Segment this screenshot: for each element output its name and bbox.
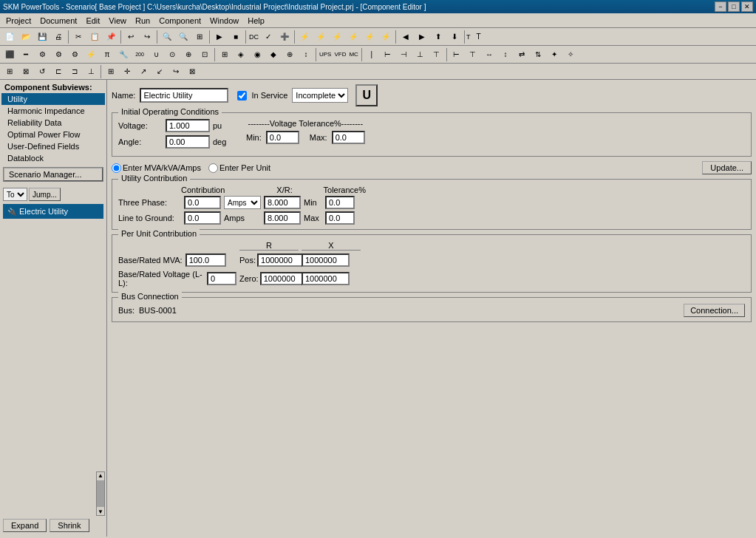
tb-zoom-fit[interactable]: ⊞ xyxy=(192,30,207,44)
update-button[interactable]: Update... xyxy=(702,161,752,174)
tb2-19[interactable]: ⊣ xyxy=(397,47,412,62)
tb2-23[interactable]: ⊤ xyxy=(466,47,480,62)
three-phase-min-input[interactable] xyxy=(325,196,355,209)
three-phase-input[interactable] xyxy=(184,196,221,209)
tb-open[interactable]: 📂 xyxy=(18,30,33,44)
tb2-26[interactable]: ⇄ xyxy=(514,47,529,62)
tb-save[interactable]: 💾 xyxy=(35,30,50,44)
subview-datablock[interactable]: Datablock xyxy=(1,152,105,164)
in-service-checkbox[interactable] xyxy=(237,91,247,101)
tb2-24[interactable]: ↔ xyxy=(482,47,497,62)
tb-undo[interactable]: ↩ xyxy=(123,30,138,44)
tb2-20[interactable]: ⊥ xyxy=(413,47,428,62)
connection-button[interactable]: Connection... xyxy=(684,304,745,317)
tb2-14[interactable]: ◆ xyxy=(266,47,281,62)
tb2-21[interactable]: ⊤ xyxy=(429,47,444,62)
tb2-2[interactable]: ━ xyxy=(18,47,33,62)
tb-new[interactable]: 📄 xyxy=(2,30,17,44)
tb-cut[interactable]: ✂ xyxy=(71,30,86,44)
tb-print[interactable]: 🖨 xyxy=(51,30,66,44)
tb2-8[interactable]: ∪ xyxy=(149,47,163,62)
scroll-thumb[interactable] xyxy=(97,480,104,507)
name-input[interactable] xyxy=(140,88,228,103)
subview-harmonic[interactable]: Harmonic Impedance xyxy=(1,105,105,117)
menu-component[interactable]: Component xyxy=(154,15,205,27)
line-to-ground-max-input[interactable] xyxy=(325,211,355,225)
menu-edit[interactable]: Edit xyxy=(81,15,104,27)
nav-to-select[interactable]: To xyxy=(3,188,27,201)
pos-r-input[interactable] xyxy=(257,253,305,267)
tb2-15[interactable]: ⊕ xyxy=(282,47,297,62)
tb2-6[interactable]: ⚡ xyxy=(84,47,98,62)
three-phase-xr-input[interactable] xyxy=(264,196,301,209)
tb-b2[interactable]: ⚡ xyxy=(313,30,328,44)
voltage-input[interactable] xyxy=(166,119,210,132)
tb-nav4[interactable]: ⬇ xyxy=(447,30,462,44)
angle-input[interactable] xyxy=(166,135,210,149)
tb3-del[interactable]: ⊠ xyxy=(185,64,200,79)
zero-x-input[interactable] xyxy=(302,272,350,285)
tb-zoom-in[interactable]: 🔍 xyxy=(160,30,174,44)
scroll-down-btn[interactable]: ▼ xyxy=(98,508,103,515)
subview-reliability[interactable]: Reliability Data xyxy=(1,117,105,129)
tb2-22[interactable]: ⊢ xyxy=(449,47,464,62)
tb3-5[interactable]: ⊐ xyxy=(67,64,82,79)
menu-run[interactable]: Run xyxy=(131,15,154,27)
tb-nav1[interactable]: ◀ xyxy=(398,30,413,44)
tb2-pi[interactable]: π xyxy=(100,47,115,62)
subview-utility[interactable]: Utility xyxy=(1,93,105,105)
menu-window[interactable]: Window xyxy=(205,15,243,27)
radio-mva-option[interactable]: Enter MVA/kVA/Amps xyxy=(112,163,201,173)
tb3-6[interactable]: ⊥ xyxy=(84,64,98,79)
tb-b1[interactable]: ⚡ xyxy=(297,30,312,44)
tb2-25[interactable]: ↕ xyxy=(498,47,513,62)
tb-paste[interactable]: 📌 xyxy=(103,30,118,44)
tb-b3[interactable]: ⚡ xyxy=(330,30,344,44)
menu-project[interactable]: Project xyxy=(1,15,35,27)
tb3-arrow[interactable]: ↗ xyxy=(136,64,151,79)
tb2-16[interactable]: ↕ xyxy=(299,47,313,62)
tb-zoom-out[interactable]: 🔍 xyxy=(176,30,191,44)
scrollbar[interactable]: ▲ ▼ xyxy=(96,471,105,516)
min-tolerance-input[interactable] xyxy=(266,131,299,144)
base-voltage-input[interactable] xyxy=(207,272,236,285)
scroll-up-btn[interactable]: ▲ xyxy=(98,472,103,479)
tb-plus[interactable]: ➕ xyxy=(277,30,292,44)
tb2-3[interactable]: ⚙ xyxy=(35,47,50,62)
radio-mva-input[interactable] xyxy=(112,163,121,173)
menu-view[interactable]: View xyxy=(104,15,131,27)
tb2-27[interactable]: ⇅ xyxy=(531,47,545,62)
tb-b4[interactable]: ⚡ xyxy=(346,30,361,44)
tb2-29[interactable]: ✧ xyxy=(563,47,578,62)
expand-button[interactable]: Expand xyxy=(3,519,47,532)
tb3-insert[interactable]: ⊞ xyxy=(103,64,118,79)
tb3-1[interactable]: ⊞ xyxy=(2,64,17,79)
tb3-2[interactable]: ⊠ xyxy=(18,64,33,79)
tb3-4[interactable]: ⊏ xyxy=(51,64,66,79)
tb-check[interactable]: ✓ xyxy=(261,30,276,44)
shrink-button[interactable]: Shrink xyxy=(50,519,89,532)
base-mva-input[interactable] xyxy=(185,253,226,267)
nav-jump-button[interactable]: Jump... xyxy=(29,188,61,201)
maximize-button[interactable]: □ xyxy=(728,1,740,12)
tb-t2[interactable]: T xyxy=(471,30,486,44)
line-to-ground-input[interactable] xyxy=(184,211,221,225)
tb2-10[interactable]: ⊕ xyxy=(181,47,196,62)
scenario-manager-button[interactable]: Scenario Manager... xyxy=(4,168,103,181)
tb2-grid[interactable]: ⊞ xyxy=(217,47,232,62)
subview-optimal[interactable]: Optimal Power Flow xyxy=(1,129,105,140)
tb2-5[interactable]: ⚙ xyxy=(67,47,82,62)
tb-stop[interactable]: ■ xyxy=(228,30,243,44)
tb3-3[interactable]: ↺ xyxy=(35,64,50,79)
tb-run[interactable]: ▶ xyxy=(212,30,227,44)
tb2-200[interactable]: 200 xyxy=(132,47,147,62)
tb2-12[interactable]: ◈ xyxy=(234,47,248,62)
tb2-7[interactable]: 🔧 xyxy=(116,47,131,62)
tb3-down[interactable]: ↙ xyxy=(152,64,167,79)
tb2-13[interactable]: ◉ xyxy=(250,47,265,62)
tb2-4[interactable]: ⚙ xyxy=(51,47,66,62)
tb-copy[interactable]: 📋 xyxy=(87,30,102,44)
zero-r-input[interactable] xyxy=(260,272,308,285)
tb2-17[interactable]: | xyxy=(364,47,379,62)
tb2-18[interactable]: ⊢ xyxy=(381,47,395,62)
